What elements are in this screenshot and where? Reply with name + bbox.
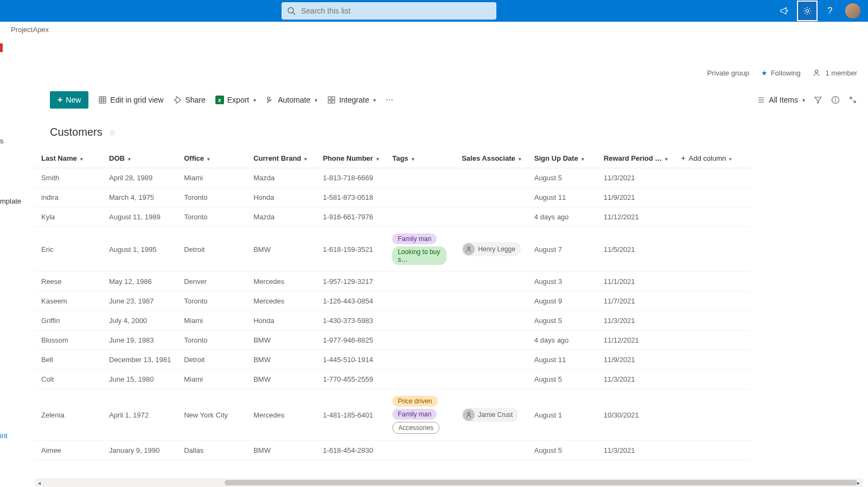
leftnav-fragment[interactable]: mplate xyxy=(0,197,21,205)
assoc-cell xyxy=(455,168,528,188)
search-input[interactable] xyxy=(301,7,491,15)
cell: 1-618-454-2830 xyxy=(316,441,386,460)
automate-button[interactable]: Automate▾ xyxy=(266,96,317,104)
cell: August 5 xyxy=(528,441,597,460)
integrate-icon xyxy=(327,96,336,104)
table-row[interactable]: ColtJune 15, 1980MiamiBMW1-770-455-2559A… xyxy=(35,370,750,389)
view-selector[interactable]: All Items▾ xyxy=(757,96,805,104)
table-row[interactable]: SmithApril 28, 1989MiamiMazda1-813-718-6… xyxy=(35,168,750,188)
scroll-right-arrow[interactable]: ▸ xyxy=(854,478,863,487)
cell: BMW xyxy=(247,370,316,389)
cell: Toronto xyxy=(177,331,247,350)
cell: 11/3/2021 xyxy=(597,168,675,188)
list-table-wrap[interactable]: Last Name▾ DOB▾ Office▾ Current Brand▾ P… xyxy=(35,148,868,487)
col-dob[interactable]: DOB▾ xyxy=(103,148,177,168)
table-row[interactable]: ReeseMay 12, 1986DenverMercedes1-957-129… xyxy=(35,272,750,292)
cell: 11/3/2021 xyxy=(597,370,675,389)
chevron-down-icon: ▾ xyxy=(373,97,376,103)
table-row[interactable]: KylaAugust 11, 1989TorontoMazda1-916-661… xyxy=(35,207,750,227)
privacy-label: Private group xyxy=(707,69,749,77)
site-name[interactable]: ProjectApex xyxy=(11,26,49,34)
col-phone[interactable]: Phone Number▾ xyxy=(316,148,386,168)
share-button[interactable]: Share xyxy=(173,96,205,104)
col-last-name[interactable]: Last Name▾ xyxy=(35,148,103,168)
horizontal-scrollbar[interactable]: ◂ ▸ xyxy=(35,478,863,487)
new-button[interactable]: +New xyxy=(50,91,88,109)
filter-button[interactable] xyxy=(814,96,822,104)
tag-family[interactable]: Family man xyxy=(392,409,437,420)
tag-buy[interactable]: Looking to buy s… xyxy=(392,246,446,265)
cell: Kaseem xyxy=(35,292,103,311)
cell: 1-445-510-1914 xyxy=(316,350,386,370)
tags-cell: Family manLooking to buy s… xyxy=(386,227,455,272)
table-row[interactable]: EricAugust 1, 1995DetroitBMW1-618-159-35… xyxy=(35,227,750,272)
cell: 11/9/2021 xyxy=(597,188,675,207)
help-button[interactable]: ? xyxy=(819,0,841,22)
cell: July 4, 2000 xyxy=(103,311,177,331)
col-assoc[interactable]: Sales Associate▾ xyxy=(455,148,528,168)
cell xyxy=(674,370,750,389)
gear-icon xyxy=(802,6,812,16)
tag-price[interactable]: Price driven xyxy=(392,396,437,407)
svg-point-20 xyxy=(468,413,470,415)
table-row[interactable]: indiraMarch 4, 1975TorontoHonda1-581-873… xyxy=(35,188,750,207)
table-row[interactable]: AimeeJanuary 9, 1990DallasBMW1-618-454-2… xyxy=(35,441,750,460)
col-tags[interactable]: Tags▾ xyxy=(386,148,455,168)
cell: 11/3/2021 xyxy=(597,311,675,331)
help-icon: ? xyxy=(828,6,833,16)
add-column-button[interactable]: +Add column▾ xyxy=(674,148,750,168)
tags-cell xyxy=(386,188,455,207)
chevron-down-icon: ▾ xyxy=(253,97,256,103)
cell: Mercedes xyxy=(247,272,316,292)
avatar xyxy=(845,3,860,18)
cell: New York City xyxy=(177,389,247,441)
table-row[interactable]: BlossomJune 19, 1983TorontoBMW1-977-946-… xyxy=(35,331,750,350)
follow-toggle[interactable]: ★Following xyxy=(761,69,801,77)
plus-icon: + xyxy=(58,95,62,105)
cell: 11/1/2021 xyxy=(597,272,675,292)
cell: June 23, 1987 xyxy=(103,292,177,311)
person-pill[interactable]: Henry Legge xyxy=(462,242,521,256)
excel-icon: x xyxy=(215,96,224,104)
favorite-toggle[interactable]: ☆ xyxy=(109,128,116,137)
chevron-down-icon: ▾ xyxy=(802,97,805,103)
scroll-left-arrow[interactable]: ◂ xyxy=(35,478,43,487)
cell: Bell xyxy=(35,350,103,370)
expand-button[interactable] xyxy=(848,96,857,104)
leftnav-fragment[interactable]: int xyxy=(0,432,8,440)
cell xyxy=(674,311,750,331)
scroll-thumb[interactable] xyxy=(225,480,857,485)
svg-point-2 xyxy=(806,10,809,12)
table-row[interactable]: KaseemJune 23, 1987TorontoMercedes1-126-… xyxy=(35,292,750,311)
info-button[interactable] xyxy=(831,96,840,104)
cell: August 3 xyxy=(528,272,597,292)
megaphone-button[interactable] xyxy=(774,0,795,22)
cell xyxy=(674,292,750,311)
integrate-button[interactable]: Integrate▾ xyxy=(327,96,376,104)
col-reward[interactable]: Reward Period …▾ xyxy=(597,148,675,168)
col-signup[interactable]: Sign Up Date▾ xyxy=(528,148,597,168)
leftnav-fragment[interactable]: s xyxy=(0,137,4,145)
person-pill[interactable]: Jamie Crust xyxy=(462,408,518,422)
cell: Zelenia xyxy=(35,389,103,441)
tag-access[interactable]: Accessories xyxy=(392,422,439,434)
assoc-cell xyxy=(455,292,528,311)
table-row[interactable]: BellDecember 13, 1981DetroitBMW1-445-510… xyxy=(35,350,750,370)
cell: BMW xyxy=(247,350,316,370)
export-button[interactable]: x Export▾ xyxy=(215,96,256,104)
col-office[interactable]: Office▾ xyxy=(177,148,247,168)
tag-family[interactable]: Family man xyxy=(392,233,437,244)
col-brand[interactable]: Current Brand▾ xyxy=(247,148,316,168)
table-row[interactable]: ZeleniaApril 1, 1972New York CityMercede… xyxy=(35,389,750,441)
more-button[interactable]: ⋯ xyxy=(386,96,393,104)
search-box[interactable] xyxy=(282,2,496,20)
cell: 1-813-718-6669 xyxy=(316,168,386,188)
table-row[interactable]: GriffinJuly 4, 2000MiamiHonda1-430-373-5… xyxy=(35,311,750,331)
svg-rect-10 xyxy=(332,97,335,99)
account-button[interactable] xyxy=(842,0,864,22)
settings-button[interactable] xyxy=(796,0,818,22)
cell: August 11 xyxy=(528,188,597,207)
edit-grid-button[interactable]: Edit in grid view xyxy=(98,96,163,104)
search-icon xyxy=(287,7,296,15)
members-link[interactable]: 1 member xyxy=(813,69,857,77)
